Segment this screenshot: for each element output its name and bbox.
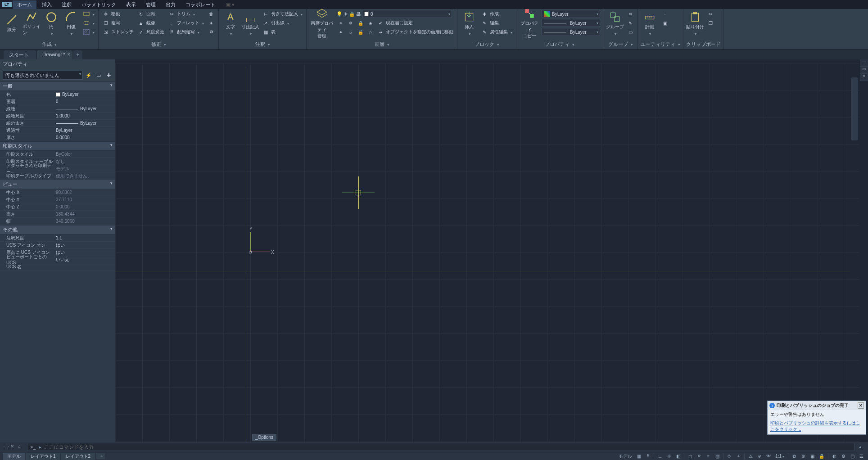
- command-input[interactable]: [44, 444, 851, 450]
- line-button[interactable]: 線分: [3, 10, 21, 37]
- grid-toggle-button[interactable]: ▦: [635, 453, 643, 460]
- group-select-button[interactable]: ▭: [626, 28, 635, 36]
- hatch-button[interactable]: [82, 28, 95, 36]
- section-other[interactable]: その他▾: [0, 225, 115, 235]
- group-edit-button[interactable]: ✎: [626, 19, 635, 27]
- layer-lock-button[interactable]: 🔒: [356, 19, 365, 27]
- prop-transparency[interactable]: 透過性ByLayer: [0, 127, 115, 134]
- leader-button[interactable]: ↗引出線: [261, 19, 303, 27]
- selection-combo[interactable]: 何も選択されていません ▾: [3, 71, 83, 80]
- text-button[interactable]: A 文字: [222, 10, 240, 37]
- section-general[interactable]: 一般▾: [0, 81, 115, 91]
- prop-ltscale[interactable]: 線種尺度1.0000: [0, 113, 115, 120]
- array-button[interactable]: ⠿配列複写: [167, 28, 205, 36]
- select-all-button[interactable]: ▣: [660, 19, 669, 27]
- status-model-button[interactable]: モデル: [617, 453, 634, 460]
- erase-button[interactable]: 🗑: [207, 10, 216, 18]
- prop-linetype[interactable]: 線種ByLayer: [0, 105, 115, 113]
- layer-freeze-button[interactable]: ❄: [346, 19, 355, 27]
- color-combo[interactable]: ByLayer▾: [542, 10, 600, 18]
- lineweight-combo[interactable]: ByLayer▾: [542, 28, 600, 36]
- prop-thickness[interactable]: 厚さ0.0000: [0, 134, 115, 141]
- ungroup-button[interactable]: ⧈: [626, 10, 635, 18]
- rotate-button[interactable]: ↻回転: [136, 10, 165, 18]
- tab-add-button[interactable]: +: [73, 50, 82, 59]
- cmdline-close-button[interactable]: ✕: [9, 444, 15, 450]
- ortho-toggle-button[interactable]: ∟: [656, 453, 664, 460]
- layer-thaw-button[interactable]: ☼: [346, 28, 355, 36]
- toast-details-link[interactable]: 印刷とパブリッシュの詳細を表示するにはここをクリック...: [768, 419, 866, 434]
- prop-color[interactable]: 色ByLayer: [0, 91, 115, 98]
- selection-cycling-button[interactable]: ⟳: [725, 453, 733, 460]
- offset-button[interactable]: ⧉: [207, 28, 216, 36]
- chevron-down-icon[interactable]: [50, 31, 53, 36]
- block-edit-button[interactable]: ✎編集: [480, 19, 513, 27]
- clean-screen-button[interactable]: ▢: [848, 453, 856, 460]
- menu-parametric[interactable]: パラメトリック: [77, 0, 121, 9]
- move-to-layer-button[interactable]: ➜オブジェクトを指定の画層に移動: [376, 28, 454, 36]
- prop-ucs-name[interactable]: UCS 名: [0, 263, 115, 271]
- lwdisplay-toggle-button[interactable]: ≡: [704, 453, 712, 460]
- tab-model[interactable]: モデル: [3, 453, 25, 460]
- layer-on-button[interactable]: ✦: [336, 28, 345, 36]
- select-objects-button[interactable]: ▭: [95, 71, 103, 79]
- prop-lineweight[interactable]: 線の太さByLayer: [0, 120, 115, 127]
- quick-properties-button[interactable]: ▣: [808, 453, 816, 460]
- scale-button[interactable]: ⤢尺度変更: [136, 28, 165, 36]
- move-button[interactable]: ✥移動: [101, 10, 135, 18]
- fillet-button[interactable]: ◟フィレット: [167, 19, 205, 27]
- copy-clip-button[interactable]: ❐: [706, 19, 715, 27]
- point-button[interactable]: ·: [660, 10, 669, 18]
- transparency-toggle-button[interactable]: ▨: [713, 453, 721, 460]
- tab-start[interactable]: スタート: [4, 50, 36, 59]
- block-attr-edit-button[interactable]: ✎属性編集: [480, 28, 513, 36]
- menu-insert[interactable]: 挿入: [37, 0, 56, 9]
- tab-drawing1[interactable]: Drawing1*✕: [37, 50, 72, 59]
- menu-overflow-icon[interactable]: ▣ ▾: [226, 2, 235, 8]
- menu-collaborate[interactable]: コラボレート: [181, 0, 220, 9]
- trim-button[interactable]: ✂トリム: [167, 10, 205, 18]
- rectangle-button[interactable]: [82, 10, 95, 18]
- add-layout-button[interactable]: +: [96, 453, 105, 459]
- osnap-toggle-button[interactable]: ◻: [686, 453, 694, 460]
- layer-properties-button[interactable]: 画層プロパティ 管理: [309, 10, 335, 37]
- copy-button[interactable]: ❐複写: [101, 19, 135, 27]
- prop-annoscale[interactable]: 注釈尺度1:1: [0, 235, 115, 242]
- layer-iso-button[interactable]: ◈: [366, 19, 375, 27]
- set-current-layer-button[interactable]: ✔現在層に設定: [376, 19, 414, 27]
- polar-toggle-button[interactable]: ✛: [665, 453, 673, 460]
- linear-dim-button[interactable]: ⊢長さ寸法記入: [261, 10, 303, 18]
- cmdline-scroll-up-button[interactable]: ▴: [859, 444, 865, 450]
- arc-button[interactable]: 円弧: [62, 10, 80, 37]
- insert-block-button[interactable]: 挿入: [460, 10, 478, 37]
- prop-ucs-per-vp[interactable]: ビューポートごとの UCSいいえ: [0, 256, 115, 263]
- table-button[interactable]: ▦表: [261, 28, 303, 36]
- navigation-bar[interactable]: [845, 77, 863, 145]
- close-icon[interactable]: ✕: [67, 52, 71, 57]
- sun-icon[interactable]: ☀: [344, 11, 348, 17]
- otrack-toggle-button[interactable]: ✕: [695, 453, 703, 460]
- lock-ui-button[interactable]: 🔒: [817, 453, 826, 460]
- dimension-button[interactable]: 寸法記入: [241, 10, 259, 37]
- menu-view[interactable]: 表示: [122, 0, 140, 9]
- anno-visibility-button[interactable]: 👁: [764, 453, 773, 460]
- maximize-viewport-button[interactable]: ▭: [860, 67, 868, 74]
- cmdline-options-button[interactable]: ⌂: [16, 444, 23, 450]
- quick-select-button[interactable]: ⚡: [85, 71, 93, 79]
- drawing-area[interactable]: — ▭ ✕ Y X: [115, 59, 868, 442]
- linetype-combo[interactable]: ByLayer▾: [542, 19, 600, 27]
- measure-button[interactable]: 計測: [641, 10, 659, 37]
- polyline-button[interactable]: ポリライン: [23, 10, 41, 37]
- match-properties-button[interactable]: プロパティ コピー: [519, 10, 540, 37]
- anno-scale-button[interactable]: 1:1: [773, 453, 786, 460]
- layer-combo[interactable]: 0 ▾: [362, 10, 452, 18]
- bulb-icon[interactable]: 💡: [336, 11, 343, 17]
- prop-layer[interactable]: 画層0: [0, 98, 115, 105]
- hardware-accel-button[interactable]: ⚙: [839, 453, 847, 460]
- cmdline-grip-icon[interactable]: ⋮⋮: [2, 444, 8, 450]
- menu-annotate[interactable]: 注釈: [57, 0, 76, 9]
- section-plotstyle[interactable]: 印刷スタイル▾: [0, 141, 115, 151]
- chevron-down-icon[interactable]: [70, 31, 72, 36]
- menu-home[interactable]: ホーム: [13, 0, 36, 9]
- ellipse-button[interactable]: [82, 19, 95, 27]
